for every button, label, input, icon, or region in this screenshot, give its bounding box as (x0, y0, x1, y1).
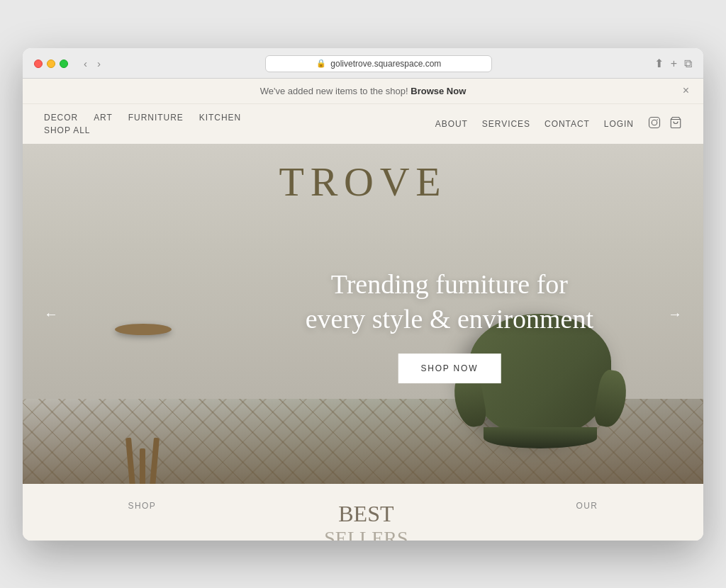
nav-services[interactable]: SERVICES (482, 119, 530, 129)
share-button[interactable]: ⬆ (654, 57, 664, 70)
svg-point-2 (657, 119, 658, 120)
notification-text: We've added new items to the shop! (260, 86, 408, 96)
below-fold-best: BEST SELLERS (324, 501, 408, 541)
nav-furniture[interactable]: FURNITURE (128, 113, 184, 123)
website-content: We've added new items to the shop! Brows… (23, 79, 703, 541)
nav-shop-all[interactable]: SHOP ALL (44, 125, 91, 135)
nav-about[interactable]: ABOUT (435, 119, 468, 129)
nav-decor[interactable]: DECOR (44, 113, 78, 123)
hero-heading: Trending furniture for every style & env… (306, 267, 593, 337)
address-bar-container: 🔒 golivetrove.squarespace.com (111, 55, 647, 72)
forward-button[interactable]: › (94, 56, 104, 71)
stool-decoration (115, 324, 172, 441)
stool-seat (115, 324, 172, 335)
browser-chrome: ‹ › 🔒 golivetrove.squarespace.com ⬆ + ⧉ (23, 48, 703, 79)
address-bar[interactable]: 🔒 golivetrove.squarespace.com (265, 55, 492, 72)
notification-banner: We've added new items to the shop! Brows… (23, 79, 703, 104)
stool-leg (140, 448, 145, 484)
site-title: TROVE (279, 158, 447, 205)
traffic-lights (34, 60, 68, 68)
nav-art[interactable]: ART (94, 113, 113, 123)
below-fold-section: SHOP BEST SELLERS OUR (23, 484, 703, 541)
svg-rect-0 (649, 117, 660, 128)
close-button[interactable] (34, 60, 43, 68)
nav-left: DECOR ART FURNITURE KITCHEN SHOP ALL (44, 113, 241, 135)
hero-next-button[interactable]: → (661, 298, 689, 329)
maximize-button[interactable] (60, 60, 68, 68)
hero-text-block: Trending furniture for every style & env… (306, 267, 593, 384)
nav-row-1: DECOR ART FURNITURE KITCHEN (44, 113, 241, 123)
tabs-button[interactable]: ⧉ (684, 57, 692, 70)
browser-window: ‹ › 🔒 golivetrove.squarespace.com ⬆ + ⧉ … (23, 48, 703, 541)
svg-point-1 (652, 120, 657, 125)
shop-now-button[interactable]: SHOP NOW (398, 354, 501, 383)
below-fold-sellers-title: SELLERS (324, 527, 408, 541)
hero-prev-button[interactable]: ← (37, 298, 65, 329)
browse-now-link[interactable]: Browse Now (411, 86, 466, 96)
minimize-button[interactable] (47, 60, 55, 68)
cart-icon[interactable] (669, 116, 682, 132)
url-text: golivetrove.squarespace.com (330, 59, 441, 69)
below-fold-best-title: BEST (324, 501, 408, 527)
nav-row-2: SHOP ALL (44, 125, 241, 135)
browser-nav: ‹ › (81, 56, 104, 71)
below-fold-our: OUR (576, 501, 598, 511)
nav-right: ABOUT SERVICES CONTACT LOGIN (435, 116, 682, 132)
lock-icon: 🔒 (316, 59, 326, 68)
new-tab-button[interactable]: + (671, 57, 677, 70)
below-fold-our-label: OUR (576, 501, 598, 511)
nav-kitchen[interactable]: KITCHEN (199, 113, 241, 123)
nav-login[interactable]: LOGIN (604, 119, 634, 129)
notification-close-button[interactable]: × (683, 84, 689, 97)
site-navigation: DECOR ART FURNITURE KITCHEN SHOP ALL ABO… (23, 104, 703, 144)
instagram-icon[interactable] (648, 116, 661, 132)
nav-contact[interactable]: CONTACT (544, 119, 590, 129)
hero-section: TROVE Trending furniture for every style… (23, 144, 703, 484)
below-fold-shop-label: SHOP (128, 501, 156, 511)
nav-icons (648, 116, 682, 132)
back-button[interactable]: ‹ (81, 56, 90, 71)
chair-base (484, 427, 597, 448)
below-fold-shop: SHOP (128, 501, 156, 511)
browser-actions: ⬆ + ⧉ (654, 57, 692, 70)
